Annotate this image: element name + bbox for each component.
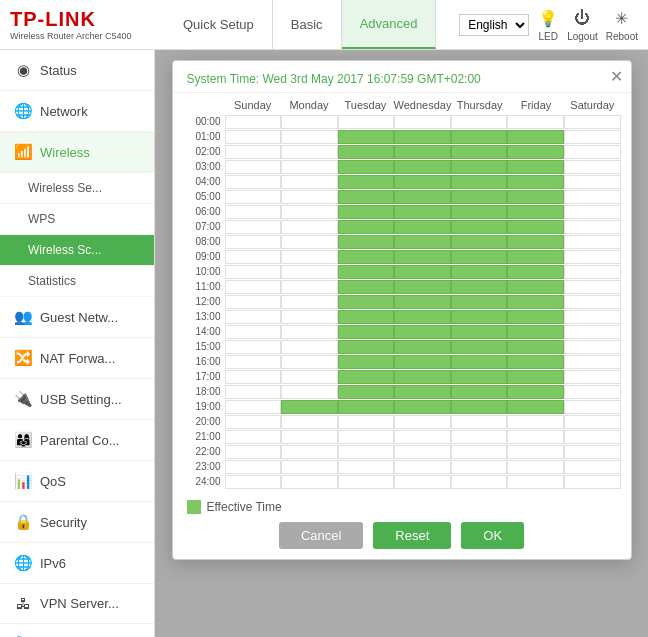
grid-cell-13-3[interactable]	[394, 310, 451, 324]
grid-cell-15-6[interactable]	[564, 340, 621, 354]
grid-cell-11-0[interactable]	[225, 280, 282, 294]
tab-advanced[interactable]: Advanced	[342, 0, 437, 49]
grid-cell-22-5[interactable]	[507, 445, 564, 459]
grid-cell-16-3[interactable]	[394, 355, 451, 369]
grid-cell-15-3[interactable]	[394, 340, 451, 354]
grid-cell-14-0[interactable]	[225, 325, 282, 339]
grid-cell-21-1[interactable]	[281, 430, 338, 444]
sidebar-item-ipv6[interactable]: 🌐 IPv6	[0, 543, 154, 584]
grid-cell-9-3[interactable]	[394, 250, 451, 264]
reboot-button[interactable]: ✳ Reboot	[606, 7, 638, 42]
grid-cell-22-3[interactable]	[394, 445, 451, 459]
grid-cell-2-6[interactable]	[564, 145, 621, 159]
grid-cell-7-4[interactable]	[451, 220, 508, 234]
grid-cell-4-1[interactable]	[281, 175, 338, 189]
grid-cell-20-2[interactable]	[338, 415, 395, 429]
grid-cell-21-3[interactable]	[394, 430, 451, 444]
grid-cell-23-5[interactable]	[507, 460, 564, 474]
grid-cell-14-2[interactable]	[338, 325, 395, 339]
grid-cell-21-6[interactable]	[564, 430, 621, 444]
grid-cell-20-5[interactable]	[507, 415, 564, 429]
grid-cell-7-6[interactable]	[564, 220, 621, 234]
grid-cell-1-6[interactable]	[564, 130, 621, 144]
grid-cell-20-6[interactable]	[564, 415, 621, 429]
grid-cell-6-5[interactable]	[507, 205, 564, 219]
grid-cell-13-0[interactable]	[225, 310, 282, 324]
grid-cell-7-1[interactable]	[281, 220, 338, 234]
grid-cell-7-3[interactable]	[394, 220, 451, 234]
sidebar-item-security[interactable]: 🔒 Security	[0, 502, 154, 543]
grid-cell-11-3[interactable]	[394, 280, 451, 294]
grid-cell-10-1[interactable]	[281, 265, 338, 279]
grid-cell-23-0[interactable]	[225, 460, 282, 474]
grid-cell-18-1[interactable]	[281, 385, 338, 399]
grid-cell-7-5[interactable]	[507, 220, 564, 234]
grid-cell-1-4[interactable]	[451, 130, 508, 144]
grid-cell-9-4[interactable]	[451, 250, 508, 264]
grid-cell-11-6[interactable]	[564, 280, 621, 294]
grid-cell-23-1[interactable]	[281, 460, 338, 474]
sidebar-item-network[interactable]: 🌐 Network	[0, 91, 154, 132]
grid-cell-13-6[interactable]	[564, 310, 621, 324]
ok-button[interactable]: OK	[461, 522, 524, 549]
grid-cell-21-2[interactable]	[338, 430, 395, 444]
grid-cell-9-0[interactable]	[225, 250, 282, 264]
grid-cell-6-0[interactable]	[225, 205, 282, 219]
grid-cell-24-5[interactable]	[507, 475, 564, 489]
grid-cell-3-3[interactable]	[394, 160, 451, 174]
grid-cell-17-1[interactable]	[281, 370, 338, 384]
grid-cell-23-6[interactable]	[564, 460, 621, 474]
grid-cell-14-1[interactable]	[281, 325, 338, 339]
grid-cell-23-4[interactable]	[451, 460, 508, 474]
language-select[interactable]: English	[459, 14, 529, 36]
grid-cell-0-2[interactable]	[338, 115, 395, 129]
sidebar-item-parental[interactable]: 👨‍👩‍👧 Parental Co...	[0, 420, 154, 461]
grid-cell-21-5[interactable]	[507, 430, 564, 444]
grid-cell-10-5[interactable]	[507, 265, 564, 279]
sidebar-item-qos[interactable]: 📊 QoS	[0, 461, 154, 502]
grid-cell-9-5[interactable]	[507, 250, 564, 264]
grid-cell-6-4[interactable]	[451, 205, 508, 219]
grid-cell-6-1[interactable]	[281, 205, 338, 219]
grid-cell-15-1[interactable]	[281, 340, 338, 354]
grid-cell-5-1[interactable]	[281, 190, 338, 204]
grid-cell-9-6[interactable]	[564, 250, 621, 264]
grid-cell-3-6[interactable]	[564, 160, 621, 174]
grid-cell-16-4[interactable]	[451, 355, 508, 369]
grid-cell-19-5[interactable]	[507, 400, 564, 414]
grid-cell-9-2[interactable]	[338, 250, 395, 264]
grid-cell-3-4[interactable]	[451, 160, 508, 174]
grid-cell-8-6[interactable]	[564, 235, 621, 249]
grid-cell-18-0[interactable]	[225, 385, 282, 399]
grid-cell-11-5[interactable]	[507, 280, 564, 294]
reset-button[interactable]: Reset	[373, 522, 451, 549]
led-button[interactable]: 💡 LED	[537, 7, 559, 42]
grid-cell-22-2[interactable]	[338, 445, 395, 459]
grid-cell-0-6[interactable]	[564, 115, 621, 129]
grid-cell-2-0[interactable]	[225, 145, 282, 159]
grid-cell-22-4[interactable]	[451, 445, 508, 459]
grid-cell-2-1[interactable]	[281, 145, 338, 159]
grid-cell-13-2[interactable]	[338, 310, 395, 324]
grid-cell-8-0[interactable]	[225, 235, 282, 249]
grid-cell-1-3[interactable]	[394, 130, 451, 144]
cancel-button[interactable]: Cancel	[279, 522, 363, 549]
grid-cell-19-0[interactable]	[225, 400, 282, 414]
grid-cell-6-6[interactable]	[564, 205, 621, 219]
grid-cell-6-2[interactable]	[338, 205, 395, 219]
grid-cell-4-3[interactable]	[394, 175, 451, 189]
grid-cell-5-6[interactable]	[564, 190, 621, 204]
grid-cell-17-6[interactable]	[564, 370, 621, 384]
grid-cell-14-3[interactable]	[394, 325, 451, 339]
grid-cell-15-5[interactable]	[507, 340, 564, 354]
grid-cell-0-1[interactable]	[281, 115, 338, 129]
grid-cell-4-2[interactable]	[338, 175, 395, 189]
grid-cell-12-3[interactable]	[394, 295, 451, 309]
modal-close-button[interactable]: ✕	[610, 67, 623, 86]
grid-cell-16-5[interactable]	[507, 355, 564, 369]
grid-cell-18-6[interactable]	[564, 385, 621, 399]
logout-button[interactable]: ⏻ Logout	[567, 7, 598, 42]
grid-cell-8-1[interactable]	[281, 235, 338, 249]
grid-cell-1-2[interactable]	[338, 130, 395, 144]
sidebar-item-guest-network[interactable]: 👥 Guest Netw...	[0, 297, 154, 338]
